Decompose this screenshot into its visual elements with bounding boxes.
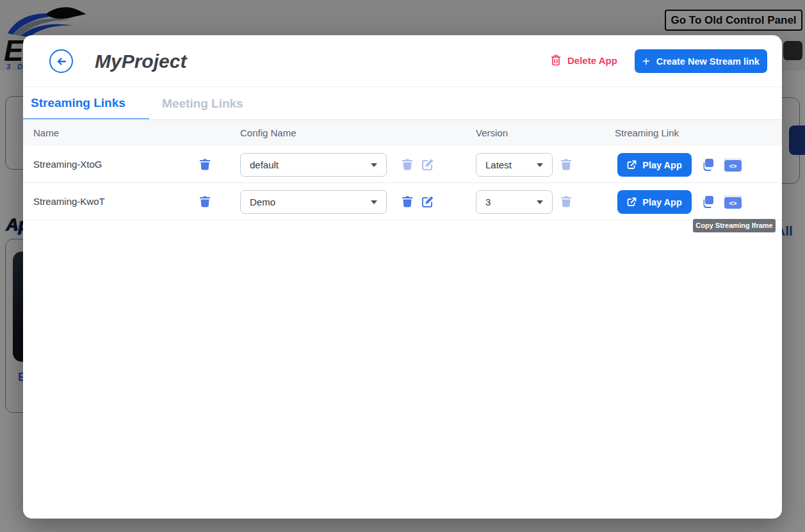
caret-down-icon — [537, 163, 543, 167]
page-title: MyProject — [95, 51, 186, 72]
caret-down-icon — [371, 163, 377, 167]
modal-header: MyProject Delete App + Create New Stream… — [23, 35, 782, 87]
version-value: Latest — [485, 159, 512, 170]
delete-app-label: Delete App — [567, 55, 617, 66]
config-name-value: Demo — [250, 197, 275, 207]
delete-app-button[interactable]: Delete App — [551, 54, 617, 66]
stream-name: Streaming-XtoG — [33, 146, 102, 183]
play-app-button[interactable]: Play App — [617, 153, 692, 177]
tab-bar: Streaming Links Meeting Links — [23, 87, 256, 120]
back-button[interactable] — [49, 49, 73, 73]
table-row: Streaming-XtoG default Latest Play App <… — [23, 146, 782, 183]
column-header-streaming-link: Streaming Link — [615, 120, 679, 146]
config-name-value: default — [250, 159, 279, 170]
tab-meeting-links[interactable]: Meeting Links — [149, 87, 256, 120]
tab-streaming-links[interactable]: Streaming Links — [23, 87, 149, 120]
copy-iframe-icon[interactable]: <> — [724, 195, 742, 209]
copy-link-icon[interactable] — [702, 158, 715, 171]
play-app-button[interactable]: Play App — [617, 190, 692, 214]
play-app-label: Play App — [642, 160, 682, 170]
version-value: 3 — [485, 197, 491, 207]
copy-iframe-tooltip: Copy Streaming Iframe — [693, 219, 776, 232]
column-header-version: Version — [476, 120, 508, 146]
delete-version-icon[interactable] — [560, 195, 573, 208]
delete-config-icon[interactable] — [401, 195, 414, 208]
plus-icon: + — [642, 55, 650, 68]
config-name-select[interactable]: Demo — [240, 190, 387, 214]
edit-config-icon[interactable] — [421, 158, 434, 171]
table-header: Name Config Name Version Streaming Link — [23, 120, 782, 146]
caret-down-icon — [537, 200, 543, 204]
column-header-name: Name — [33, 120, 59, 146]
table-row: Streaming-KwoT Demo 3 Play App <> — [23, 183, 782, 220]
edit-config-icon[interactable] — [421, 195, 434, 208]
copy-link-icon[interactable] — [702, 195, 715, 208]
trash-icon — [551, 54, 561, 66]
stream-name: Streaming-KwoT — [33, 183, 105, 220]
caret-down-icon — [371, 200, 377, 204]
delete-config-icon[interactable] — [401, 158, 414, 171]
delete-version-icon[interactable] — [560, 158, 573, 171]
back-arrow-icon — [55, 55, 68, 68]
create-new-stream-link-button[interactable]: + Create New Stream link — [635, 49, 767, 73]
copy-iframe-icon[interactable]: <> — [724, 158, 742, 172]
create-button-label: Create New Stream link — [656, 56, 760, 67]
play-app-label: Play App — [642, 197, 682, 207]
version-select[interactable]: Latest — [476, 153, 553, 177]
config-name-select[interactable]: default — [240, 153, 387, 177]
version-select[interactable]: 3 — [476, 190, 553, 214]
external-link-icon — [627, 160, 637, 170]
delete-stream-icon[interactable] — [199, 195, 211, 208]
column-header-config-name: Config Name — [240, 120, 297, 146]
project-modal: MyProject Delete App + Create New Stream… — [23, 35, 782, 519]
delete-stream-icon[interactable] — [199, 158, 211, 171]
external-link-icon — [627, 197, 637, 207]
